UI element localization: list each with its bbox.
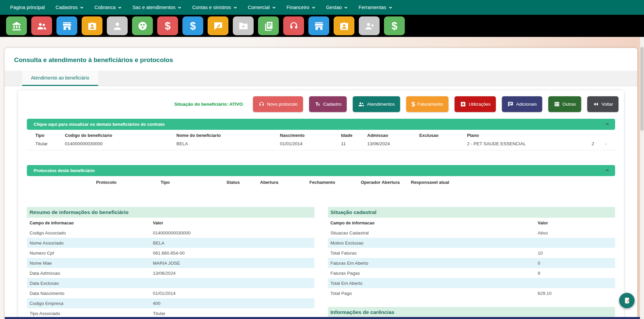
money-shortcut-button[interactable]: $: [182, 16, 203, 35]
nav-item-gestao[interactable]: Gestao: [321, 0, 353, 15]
cadastral-section-title: Situação cadastral: [328, 207, 615, 218]
cell-plano: 2 - PET SAUDE ESSENCIAL: [467, 141, 592, 146]
summary-table-header: Campo de informacaoValor: [27, 218, 314, 228]
scrollbar-thumb[interactable]: [640, 47, 644, 131]
chat-list-icon: [507, 101, 514, 107]
cadastral-table-header: Campo de informacaoValor: [328, 218, 615, 228]
people-icon: [37, 21, 47, 31]
table-row: Total Em Aberto: [328, 278, 615, 288]
store-shortcut-button[interactable]: [308, 16, 329, 35]
chevron-down-icon: [312, 6, 315, 9]
chat-edit-shortcut-button[interactable]: [208, 16, 228, 35]
cadastral-section: Situação cadastral Campo de informacaoVa…: [328, 207, 615, 319]
double-arrow-left-icon: [593, 101, 599, 107]
table-row: Faturas Em Aberto0: [328, 258, 615, 268]
dots-shortcut-button[interactable]: [132, 16, 153, 35]
badge-shortcut-button[interactable]: [82, 16, 102, 35]
chevron-down-icon: [272, 6, 276, 9]
chevron-down-icon: [344, 6, 348, 9]
protocols-table-empty-body: [22, 185, 620, 199]
store-icon: [314, 21, 324, 31]
nav-item-cobranca[interactable]: Cobranca: [89, 0, 127, 15]
voltar-button[interactable]: Voltar: [587, 96, 618, 112]
novo-protocolo-button[interactable]: Novo protocolo: [253, 96, 303, 112]
utilizacoes-button[interactable]: Utilizações: [455, 96, 496, 112]
store-shortcut-button[interactable]: [56, 16, 77, 35]
people-icon: [358, 101, 364, 107]
chevron-down-icon: [178, 6, 181, 9]
bank-shortcut-button[interactable]: [6, 16, 27, 35]
money-shortcut-button[interactable]: $: [157, 16, 178, 35]
table-row: Data Admissao13/06/2024: [27, 268, 314, 278]
faturamento-button[interactable]: $Faturamento: [406, 96, 448, 112]
person-shortcut-button[interactable]: [107, 16, 128, 35]
bank-icon: [11, 21, 22, 31]
dollar-icon: $: [190, 21, 196, 31]
dollar-icon: $: [412, 101, 415, 107]
badge-shortcut-button[interactable]: [334, 16, 354, 35]
table-row: Numero Cpf061.660.654-00: [27, 248, 314, 258]
cell-admissao: 13/06/2024: [367, 141, 419, 146]
table-row: Data Exclusao: [27, 278, 314, 288]
chevron-down-icon: [118, 6, 122, 9]
nav-item-cadastros[interactable]: Cadastros: [50, 0, 89, 15]
cadastro-button[interactable]: Cadastro: [309, 96, 347, 112]
nav-item-comercial[interactable]: Comercial: [243, 0, 281, 15]
dots-circle-icon: [137, 21, 148, 31]
text-fields-icon: [314, 101, 321, 107]
chevron-up-icon: [605, 168, 610, 173]
outras-button[interactable]: Outras: [548, 96, 582, 112]
contract-beneficiaries-banner[interactable]: Clique aqui para visualizar os demais be…: [27, 119, 615, 130]
nav-item-ferramentas[interactable]: Ferramentas: [353, 0, 397, 15]
person-add-shortcut-button[interactable]: [359, 16, 380, 35]
dollar-icon: $: [165, 21, 170, 31]
bottom-edge-bar: [5, 317, 640, 319]
table-row: Nome MaeMARIA JOSE: [27, 258, 314, 268]
beneficiary-panel: Situação do beneficiário: ATIVO Novo pro…: [18, 90, 624, 319]
nav-item-sac-e-atendimentos[interactable]: Sac e atendimentos: [127, 0, 187, 15]
adicionais-button[interactable]: Adicionais: [502, 96, 542, 112]
store-icon: [62, 21, 72, 31]
cell-dash[interactable]: -: [605, 141, 615, 146]
cell-codigo: 014000000030000: [65, 141, 176, 146]
badge-icon: [87, 21, 97, 31]
medical-cross-icon: [460, 101, 466, 107]
summary-section-title: Resumo de informações do beneficiário: [27, 207, 314, 218]
tab-strip: Atendimento ao beneficiário: [5, 71, 637, 86]
document-pencil-icon: [623, 297, 631, 305]
main-content-card: Consulta e atendimento à beneficiários e…: [5, 48, 637, 319]
cell-tipo: Titular: [35, 141, 65, 146]
table-row: Total Pago629.10: [328, 288, 615, 298]
table-row: Total Faturas10: [328, 248, 615, 258]
money-shortcut-button[interactable]: $: [384, 16, 405, 35]
documents-shortcut-button[interactable]: [258, 16, 279, 35]
beneficiaries-table-header: TipoCodigo do beneficiario Nome do benef…: [27, 130, 615, 140]
headset-icon: [258, 101, 265, 107]
cell-idade: 11: [341, 141, 367, 146]
folder-star-icon: [238, 21, 249, 31]
cell-nome: BELA: [176, 141, 280, 146]
carencias-section-title: Informações de carências: [328, 307, 615, 318]
protocols-banner[interactable]: Protocolos deste beneficiário: [27, 165, 615, 176]
headset-shortcut-button[interactable]: [283, 16, 304, 35]
table-row: Codigo Empresa400: [27, 298, 314, 308]
page-title: Consulta e atendimento à beneficiários e…: [5, 48, 637, 64]
table-row: Codigo Associado014000000030000: [27, 228, 314, 238]
table-row[interactable]: Titular 014000000030000 BELA 01/01/2014 …: [27, 140, 615, 150]
tab-atendimento-ao-beneficiario[interactable]: Atendimento ao beneficiário: [22, 71, 98, 86]
chat-edit-icon: [213, 21, 223, 31]
nav-item-financeiro[interactable]: Financeiro: [281, 0, 321, 15]
protocols-table-header: ProtocoloTipo StatusAbertura FechamentoO…: [27, 176, 615, 185]
nav-item-pagina-principal[interactable]: Pagina principal: [5, 0, 50, 15]
people-shortcut-button[interactable]: [31, 16, 52, 35]
table-row: Motivo Exclusao: [328, 238, 615, 248]
badge-icon: [339, 21, 349, 31]
folder-star-shortcut-button[interactable]: [233, 16, 254, 35]
action-buttons-row: Situação do beneficiário: ATIVO Novo pro…: [22, 95, 620, 112]
chevron-up-icon: [605, 122, 610, 127]
quick-note-fab-button[interactable]: [619, 293, 635, 308]
person-add-icon: [364, 21, 375, 31]
documents-icon: [263, 21, 274, 31]
nav-item-contas-e-sinistros[interactable]: Contas e sinistros: [187, 0, 242, 15]
atendimentos-button[interactable]: Atendimentos: [353, 96, 400, 112]
